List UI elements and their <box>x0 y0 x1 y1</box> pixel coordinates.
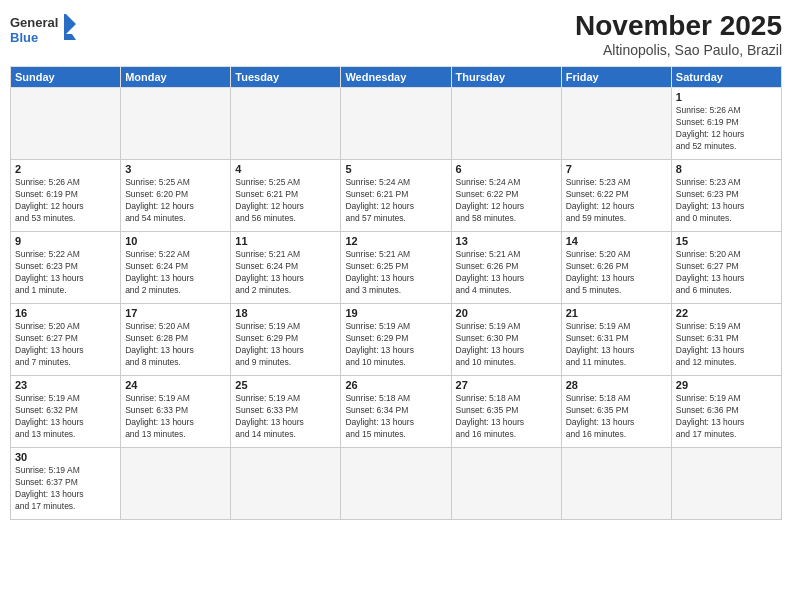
calendar-cell <box>341 88 451 160</box>
day-info: Sunrise: 5:24 AM Sunset: 6:21 PM Dayligh… <box>345 177 446 225</box>
day-number: 22 <box>676 307 777 319</box>
day-info: Sunrise: 5:19 AM Sunset: 6:31 PM Dayligh… <box>566 321 667 369</box>
title-block: November 2025 Altinopolis, Sao Paulo, Br… <box>575 10 782 58</box>
calendar-cell: 22Sunrise: 5:19 AM Sunset: 6:31 PM Dayli… <box>671 304 781 376</box>
day-number: 16 <box>15 307 116 319</box>
logo: General Blue <box>10 10 80 50</box>
day-number: 29 <box>676 379 777 391</box>
calendar-cell: 25Sunrise: 5:19 AM Sunset: 6:33 PM Dayli… <box>231 376 341 448</box>
calendar-cell: 9Sunrise: 5:22 AM Sunset: 6:23 PM Daylig… <box>11 232 121 304</box>
day-info: Sunrise: 5:23 AM Sunset: 6:22 PM Dayligh… <box>566 177 667 225</box>
day-info: Sunrise: 5:19 AM Sunset: 6:30 PM Dayligh… <box>456 321 557 369</box>
calendar-cell: 24Sunrise: 5:19 AM Sunset: 6:33 PM Dayli… <box>121 376 231 448</box>
day-number: 13 <box>456 235 557 247</box>
day-number: 7 <box>566 163 667 175</box>
header: General Blue November 2025 Altinopolis, … <box>10 10 782 58</box>
day-number: 30 <box>15 451 116 463</box>
day-info: Sunrise: 5:18 AM Sunset: 6:35 PM Dayligh… <box>566 393 667 441</box>
day-info: Sunrise: 5:18 AM Sunset: 6:35 PM Dayligh… <box>456 393 557 441</box>
svg-text:General: General <box>10 15 58 30</box>
calendar-cell <box>561 448 671 520</box>
calendar-cell: 8Sunrise: 5:23 AM Sunset: 6:23 PM Daylig… <box>671 160 781 232</box>
page: General Blue November 2025 Altinopolis, … <box>0 0 792 612</box>
header-tuesday: Tuesday <box>231 67 341 88</box>
day-info: Sunrise: 5:19 AM Sunset: 6:33 PM Dayligh… <box>235 393 336 441</box>
day-info: Sunrise: 5:21 AM Sunset: 6:26 PM Dayligh… <box>456 249 557 297</box>
day-info: Sunrise: 5:23 AM Sunset: 6:23 PM Dayligh… <box>676 177 777 225</box>
svg-text:Blue: Blue <box>10 30 38 45</box>
day-number: 28 <box>566 379 667 391</box>
day-number: 14 <box>566 235 667 247</box>
calendar-cell: 30Sunrise: 5:19 AM Sunset: 6:37 PM Dayli… <box>11 448 121 520</box>
calendar-row: 1Sunrise: 5:26 AM Sunset: 6:19 PM Daylig… <box>11 88 782 160</box>
calendar-row: 16Sunrise: 5:20 AM Sunset: 6:27 PM Dayli… <box>11 304 782 376</box>
calendar-cell: 4Sunrise: 5:25 AM Sunset: 6:21 PM Daylig… <box>231 160 341 232</box>
calendar-row: 23Sunrise: 5:19 AM Sunset: 6:32 PM Dayli… <box>11 376 782 448</box>
day-info: Sunrise: 5:19 AM Sunset: 6:36 PM Dayligh… <box>676 393 777 441</box>
calendar-cell: 7Sunrise: 5:23 AM Sunset: 6:22 PM Daylig… <box>561 160 671 232</box>
day-info: Sunrise: 5:19 AM Sunset: 6:37 PM Dayligh… <box>15 465 116 513</box>
calendar-cell: 14Sunrise: 5:20 AM Sunset: 6:26 PM Dayli… <box>561 232 671 304</box>
day-info: Sunrise: 5:19 AM Sunset: 6:33 PM Dayligh… <box>125 393 226 441</box>
calendar-cell: 17Sunrise: 5:20 AM Sunset: 6:28 PM Dayli… <box>121 304 231 376</box>
day-info: Sunrise: 5:20 AM Sunset: 6:27 PM Dayligh… <box>676 249 777 297</box>
calendar-cell <box>11 88 121 160</box>
day-number: 17 <box>125 307 226 319</box>
calendar-cell: 5Sunrise: 5:24 AM Sunset: 6:21 PM Daylig… <box>341 160 451 232</box>
day-info: Sunrise: 5:25 AM Sunset: 6:21 PM Dayligh… <box>235 177 336 225</box>
header-monday: Monday <box>121 67 231 88</box>
calendar-cell: 18Sunrise: 5:19 AM Sunset: 6:29 PM Dayli… <box>231 304 341 376</box>
calendar-cell: 23Sunrise: 5:19 AM Sunset: 6:32 PM Dayli… <box>11 376 121 448</box>
calendar-cell: 2Sunrise: 5:26 AM Sunset: 6:19 PM Daylig… <box>11 160 121 232</box>
day-info: Sunrise: 5:20 AM Sunset: 6:28 PM Dayligh… <box>125 321 226 369</box>
calendar-cell <box>671 448 781 520</box>
day-info: Sunrise: 5:20 AM Sunset: 6:27 PM Dayligh… <box>15 321 116 369</box>
calendar-cell <box>231 88 341 160</box>
day-info: Sunrise: 5:22 AM Sunset: 6:23 PM Dayligh… <box>15 249 116 297</box>
day-info: Sunrise: 5:18 AM Sunset: 6:34 PM Dayligh… <box>345 393 446 441</box>
day-number: 1 <box>676 91 777 103</box>
weekday-header-row: Sunday Monday Tuesday Wednesday Thursday… <box>11 67 782 88</box>
header-wednesday: Wednesday <box>341 67 451 88</box>
day-info: Sunrise: 5:24 AM Sunset: 6:22 PM Dayligh… <box>456 177 557 225</box>
calendar-cell: 6Sunrise: 5:24 AM Sunset: 6:22 PM Daylig… <box>451 160 561 232</box>
day-info: Sunrise: 5:21 AM Sunset: 6:24 PM Dayligh… <box>235 249 336 297</box>
logo-svg: General Blue <box>10 10 80 50</box>
svg-marker-2 <box>64 14 76 40</box>
calendar-row: 2Sunrise: 5:26 AM Sunset: 6:19 PM Daylig… <box>11 160 782 232</box>
day-number: 4 <box>235 163 336 175</box>
header-sunday: Sunday <box>11 67 121 88</box>
day-number: 15 <box>676 235 777 247</box>
calendar-cell <box>451 448 561 520</box>
day-number: 21 <box>566 307 667 319</box>
day-number: 2 <box>15 163 116 175</box>
day-number: 3 <box>125 163 226 175</box>
day-number: 19 <box>345 307 446 319</box>
calendar-cell: 15Sunrise: 5:20 AM Sunset: 6:27 PM Dayli… <box>671 232 781 304</box>
calendar-cell: 20Sunrise: 5:19 AM Sunset: 6:30 PM Dayli… <box>451 304 561 376</box>
calendar-cell <box>121 88 231 160</box>
header-friday: Friday <box>561 67 671 88</box>
calendar-cell: 28Sunrise: 5:18 AM Sunset: 6:35 PM Dayli… <box>561 376 671 448</box>
day-number: 9 <box>15 235 116 247</box>
day-number: 25 <box>235 379 336 391</box>
day-info: Sunrise: 5:19 AM Sunset: 6:29 PM Dayligh… <box>345 321 446 369</box>
day-info: Sunrise: 5:26 AM Sunset: 6:19 PM Dayligh… <box>15 177 116 225</box>
day-number: 20 <box>456 307 557 319</box>
day-number: 6 <box>456 163 557 175</box>
calendar-cell: 11Sunrise: 5:21 AM Sunset: 6:24 PM Dayli… <box>231 232 341 304</box>
day-number: 27 <box>456 379 557 391</box>
calendar-cell: 12Sunrise: 5:21 AM Sunset: 6:25 PM Dayli… <box>341 232 451 304</box>
calendar-cell: 19Sunrise: 5:19 AM Sunset: 6:29 PM Dayli… <box>341 304 451 376</box>
calendar-cell: 16Sunrise: 5:20 AM Sunset: 6:27 PM Dayli… <box>11 304 121 376</box>
day-number: 18 <box>235 307 336 319</box>
calendar-cell: 27Sunrise: 5:18 AM Sunset: 6:35 PM Dayli… <box>451 376 561 448</box>
day-info: Sunrise: 5:19 AM Sunset: 6:29 PM Dayligh… <box>235 321 336 369</box>
calendar-row: 30Sunrise: 5:19 AM Sunset: 6:37 PM Dayli… <box>11 448 782 520</box>
calendar-cell <box>231 448 341 520</box>
calendar-table: Sunday Monday Tuesday Wednesday Thursday… <box>10 66 782 520</box>
day-info: Sunrise: 5:19 AM Sunset: 6:31 PM Dayligh… <box>676 321 777 369</box>
calendar-cell: 13Sunrise: 5:21 AM Sunset: 6:26 PM Dayli… <box>451 232 561 304</box>
location-subtitle: Altinopolis, Sao Paulo, Brazil <box>575 42 782 58</box>
header-thursday: Thursday <box>451 67 561 88</box>
